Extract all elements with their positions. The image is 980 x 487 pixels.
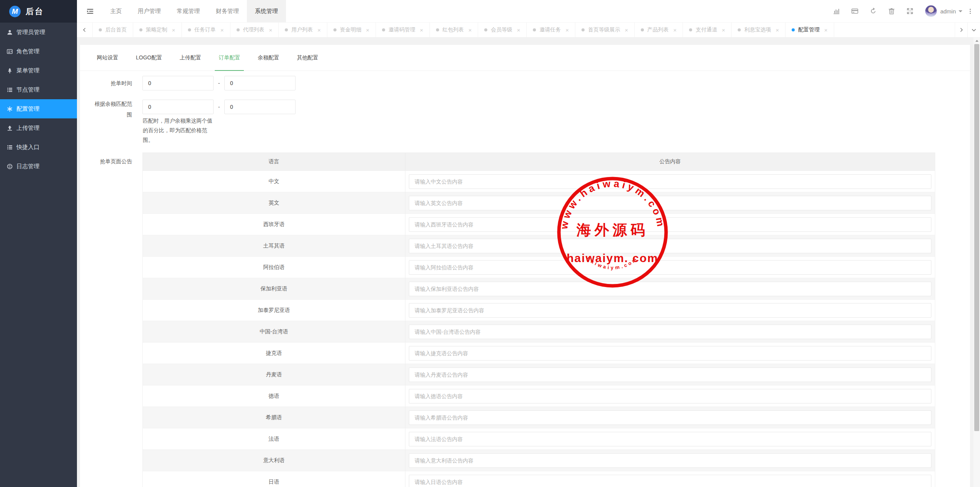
announcement-input[interactable] [409, 239, 931, 253]
scrollbar-up-icon[interactable] [973, 38, 980, 44]
tab-label: 红包列表 [443, 26, 464, 33]
chevron-down-icon[interactable] [959, 10, 962, 14]
content-cell [405, 471, 935, 487]
tabs-menu-chevron-icon[interactable] [967, 23, 980, 37]
sidebar-item-label: 日志管理 [16, 163, 39, 170]
balance-match-from-input[interactable] [142, 100, 214, 114]
tab-item[interactable]: 首页等级展示× [575, 23, 635, 37]
scrollbar-thumb[interactable] [974, 44, 979, 431]
config-card: 网站设置 LOGO配置 上传配置 订单配置 余额配置 其他配置 抢单时间 - 根… [80, 45, 970, 487]
tab-close-icon[interactable]: × [565, 27, 569, 33]
config-tab-balance[interactable]: 余额配置 [249, 45, 288, 71]
content-cell [405, 364, 935, 385]
tab-close-icon[interactable]: × [420, 27, 423, 33]
nav-item-system-manage[interactable]: 系统管理 [247, 0, 286, 22]
balance-match-label: 根据余额匹配范围 [91, 98, 132, 120]
nav-item-general-manage[interactable]: 常规管理 [169, 0, 208, 22]
language-cell: 阿拉伯语 [143, 257, 405, 278]
tab-item[interactable]: 支付通道× [683, 23, 732, 37]
balance-match-to-input[interactable] [224, 100, 296, 114]
grab-time-from-input[interactable] [142, 76, 214, 90]
config-tab-logo[interactable]: LOGO配置 [127, 45, 171, 71]
announcement-input[interactable] [409, 282, 931, 296]
tabs-scroll-left-icon[interactable] [77, 23, 93, 37]
sidebar-item-role-manage[interactable]: 角色管理 [0, 42, 77, 61]
announcement-input[interactable] [409, 367, 931, 382]
grab-time-to-input[interactable] [224, 76, 296, 90]
announcement-input[interactable] [409, 196, 931, 210]
tab-item[interactable]: 代理列表× [230, 23, 279, 37]
announcement-input[interactable] [409, 303, 931, 318]
sidebar-item-label: 菜单管理 [16, 67, 39, 74]
tab-item[interactable]: 策略定制× [133, 23, 182, 37]
tab-close-icon[interactable]: × [824, 27, 828, 33]
announcement-input[interactable] [409, 453, 931, 468]
balance-match-separator: - [214, 100, 224, 114]
refresh-icon[interactable] [864, 7, 882, 15]
tab-close-icon[interactable]: × [722, 27, 725, 33]
sidebar-item-config-manage[interactable]: 配置管理 [0, 99, 77, 118]
tab-item[interactable]: 资金明细× [327, 23, 376, 37]
nav-item-user-manage[interactable]: 用户管理 [130, 0, 169, 22]
balance-match-hint: 匹配时，用户余额乘这两个值 的百分比，即为匹配价格范 围。 [143, 116, 216, 145]
tab-close-icon[interactable]: × [269, 27, 273, 33]
username[interactable]: admin [940, 8, 956, 15]
tab-label: 会员等级 [491, 26, 512, 33]
tab-item[interactable]: 利息宝选项× [732, 23, 786, 37]
tab-label: 策略定制 [146, 26, 167, 33]
announcement-input[interactable] [409, 475, 931, 487]
sidebar-item-upload-manage[interactable]: 上传管理 [0, 118, 77, 138]
tab-item[interactable]: 任务订单× [182, 23, 230, 37]
sidebar-item-label: 快捷入口 [16, 144, 39, 151]
config-tab-site[interactable]: 网站设置 [88, 45, 127, 71]
navbar-right: admin [827, 0, 980, 22]
announcement-input[interactable] [409, 410, 931, 425]
tab-item[interactable]: 红包列表× [430, 23, 479, 37]
sidebar-item-node-manage[interactable]: 节点管理 [0, 80, 77, 99]
tab-close-icon[interactable]: × [625, 27, 628, 33]
announcement-input[interactable] [409, 217, 931, 232]
sidebar-item-menu-manage[interactable]: 菜单管理 [0, 61, 77, 80]
config-tab-other[interactable]: 其他配置 [288, 45, 327, 71]
page-scrollbar[interactable] [973, 38, 980, 487]
tab-close-icon[interactable]: × [517, 27, 520, 33]
tab-item[interactable]: 产品列表× [635, 23, 683, 37]
config-tab-order[interactable]: 订单配置 [210, 45, 249, 71]
tab-item[interactable]: 邀请任务× [527, 23, 575, 37]
sidebar-item-log-manage[interactable]: 日志管理 [0, 157, 77, 176]
nav-item-finance-manage[interactable]: 财务管理 [208, 0, 247, 22]
announcement-input[interactable] [409, 346, 931, 361]
tabs-scroll-right-icon[interactable] [955, 23, 967, 37]
sidebar-collapse-icon[interactable] [77, 8, 102, 15]
tab-close-icon[interactable]: × [172, 27, 175, 33]
chart-icon[interactable] [827, 7, 846, 15]
tab-label: 任务订单 [194, 26, 216, 33]
tab-item[interactable]: 用户列表× [279, 23, 327, 37]
announcement-input[interactable] [409, 325, 931, 339]
announcement-input[interactable] [409, 260, 931, 275]
announcement-input[interactable] [409, 174, 931, 189]
trash-icon[interactable] [882, 7, 901, 15]
grab-time-separator: - [214, 76, 224, 90]
announcement-input[interactable] [409, 389, 931, 403]
tab-close-icon[interactable]: × [673, 27, 677, 33]
tab-item[interactable]: 后台首页 [93, 23, 133, 37]
tab-item[interactable]: 会员等级× [478, 23, 527, 37]
tab-close-icon[interactable]: × [220, 27, 224, 33]
content-cell [405, 450, 935, 471]
credit-card-icon[interactable] [846, 7, 864, 15]
more-dots-icon[interactable] [962, 8, 980, 15]
tab-item[interactable]: 邀请码管理× [376, 23, 430, 37]
tab-close-icon[interactable]: × [366, 27, 369, 33]
tab-item-active[interactable]: 配置管理× [786, 23, 834, 37]
tab-close-icon[interactable]: × [469, 27, 472, 33]
tab-close-icon[interactable]: × [317, 27, 321, 33]
sidebar-item-quick-entry[interactable]: 快捷入口 [0, 138, 77, 157]
fullscreen-icon[interactable] [901, 7, 919, 15]
tab-close-icon[interactable]: × [776, 27, 779, 33]
nav-item-home[interactable]: 主页 [102, 0, 130, 22]
config-tab-upload[interactable]: 上传配置 [171, 45, 210, 71]
sidebar-item-admin-manage[interactable]: 管理员管理 [0, 23, 77, 42]
user-avatar[interactable] [925, 5, 937, 17]
announcement-input[interactable] [409, 432, 931, 446]
